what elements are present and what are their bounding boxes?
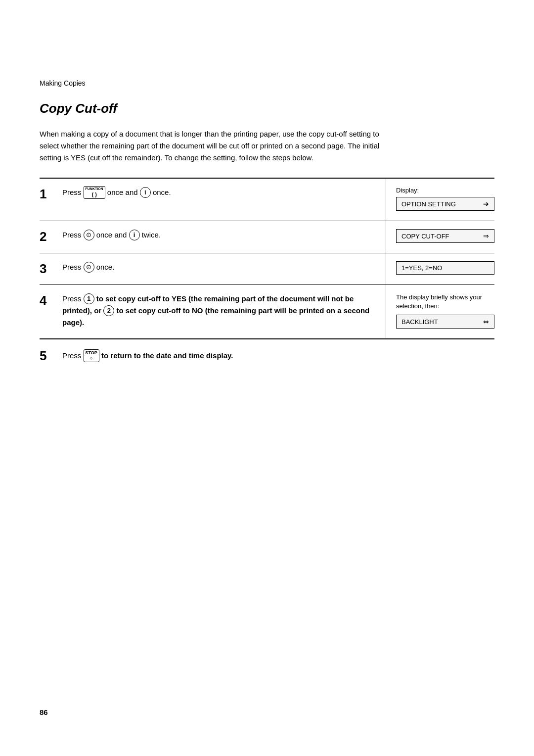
step-4-display: The display briefly shows your selection… xyxy=(386,285,494,338)
step-2-display-text: COPY CUT-OFF xyxy=(401,233,449,240)
step-3-display-box: 1=YES, 2=NO xyxy=(396,261,494,275)
step-row-3: 3 Press ⊙ once. 1=YES, 2=NO xyxy=(40,253,494,285)
page: Making Copies Copy Cut-off When making a… xyxy=(0,0,534,756)
step-2-arrow: ⇒ xyxy=(483,232,489,240)
step-1-display: Display: OPTION SETTING ➔ xyxy=(386,179,494,221)
step-3-number: 3 xyxy=(40,262,59,275)
step-1-display-text: OPTION SETTING xyxy=(401,200,456,208)
step-3-display: 1=YES, 2=NO xyxy=(386,253,494,284)
step-5-number: 5 xyxy=(40,348,59,364)
circle-arrow-icon-3: ⊙ xyxy=(84,262,94,273)
step-3-display-text: 1=YES, 2=NO xyxy=(401,264,442,272)
step-4-display-text: BACKLIGHT xyxy=(401,318,438,326)
step-row-1: 1 Press FUNKTION( ) once and i once. Dis… xyxy=(40,179,494,221)
step-row-2: 2 Press ⊙ once and i twice. COPY CUT-OFF… xyxy=(40,221,494,253)
num-1-icon: 1 xyxy=(84,293,94,304)
section-title: Copy Cut-off xyxy=(40,101,494,116)
step-3-left: 3 Press ⊙ once. xyxy=(40,253,386,284)
step-1-number: 1 xyxy=(40,188,59,200)
step-1-left: 1 Press FUNKTION( ) once and i once. xyxy=(40,179,386,221)
info-icon-2: i xyxy=(129,230,140,240)
steps-table: 1 Press FUNKTION( ) once and i once. Dis… xyxy=(40,178,494,339)
intro-text: When making a copy of a document that is… xyxy=(40,128,386,164)
step-row-5: 5 Press STOP○ to return to the date and … xyxy=(40,339,494,373)
step-4-left: 4 Press 1 to set copy cut-off to YES (th… xyxy=(40,285,386,338)
info-icon-1: i xyxy=(140,187,151,198)
step-1-content: Press FUNKTION( ) once and i once. xyxy=(62,187,376,199)
step-row-4: 4 Press 1 to set copy cut-off to YES (th… xyxy=(40,285,494,339)
step-2-number: 2 xyxy=(40,230,59,243)
step-1-arrow: ➔ xyxy=(483,200,489,208)
step-5-content: Press STOP○ to return to the date and ti… xyxy=(62,350,494,363)
breadcrumb: Making Copies xyxy=(40,79,494,87)
funktion-icon: FUNKTION( ) xyxy=(84,186,105,199)
step-4-arrow: ⇔ xyxy=(483,318,489,326)
step-4-display-box: BACKLIGHT ⇔ xyxy=(396,315,494,329)
step-4-display-note: The display briefly shows your selection… xyxy=(396,293,494,311)
step-2-display: COPY CUT-OFF ⇒ xyxy=(386,221,494,253)
step-3-content: Press ⊙ once. xyxy=(62,261,376,273)
stop-icon: STOP○ xyxy=(84,349,99,362)
step-4-number: 4 xyxy=(40,294,59,307)
page-number: 86 xyxy=(40,708,48,716)
step-2-display-box: COPY CUT-OFF ⇒ xyxy=(396,229,494,243)
step-4-content: Press 1 to set copy cut-off to YES (the … xyxy=(62,293,376,329)
step-1-display-box: OPTION SETTING ➔ xyxy=(396,197,494,211)
step-2-left: 2 Press ⊙ once and i twice. xyxy=(40,221,386,253)
step-2-content: Press ⊙ once and i twice. xyxy=(62,229,376,241)
num-2-icon: 2 xyxy=(103,305,114,316)
display-label: Display: xyxy=(396,187,494,194)
circle-arrow-icon-2: ⊙ xyxy=(84,230,94,240)
